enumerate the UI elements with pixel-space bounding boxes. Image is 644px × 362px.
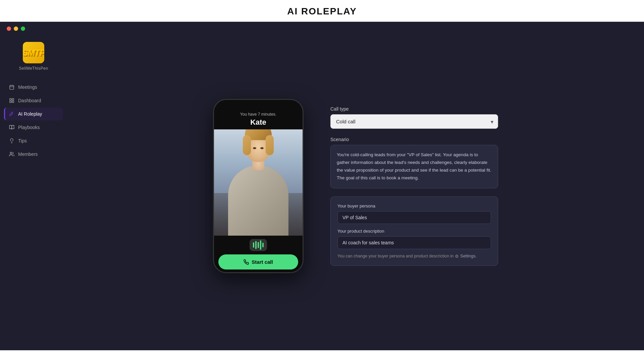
sidebar-item-ai-roleplay[interactable]: AI Roleplay: [4, 108, 63, 120]
call-type-group: Call type Cold call Discovery call Demo …: [330, 106, 498, 129]
main-content: You have 7 minutes. Kate: [67, 22, 644, 350]
sidebar: SMTP SellMeThisPen Meetings: [0, 22, 67, 350]
users-icon: [9, 151, 15, 157]
svg-point-10: [10, 152, 12, 154]
page-title: AI ROLEPLAY: [0, 6, 644, 17]
wave-bar-3: [258, 242, 259, 248]
call-type-select[interactable]: Cold call Discovery call Demo call Follo…: [330, 114, 498, 129]
svg-rect-6: [10, 101, 11, 103]
product-description-label: Your product description: [337, 229, 491, 234]
product-description-input[interactable]: [337, 236, 491, 249]
settings-hint: You can change your buyer persona and pr…: [337, 254, 491, 259]
scenario-text: You're cold-calling leads from your "VP …: [337, 151, 492, 182]
phone-icon: [244, 259, 249, 265]
calendar-icon: [9, 84, 15, 90]
phone-notch: [245, 100, 272, 108]
sidebar-item-tips[interactable]: Tips: [4, 134, 63, 147]
logo-text: SellMeThisPen: [19, 66, 48, 71]
lightbulb-icon: [9, 138, 15, 144]
start-call-label: Start call: [252, 259, 273, 265]
traffic-lights: [7, 26, 25, 31]
waveform-button[interactable]: [250, 239, 267, 251]
logo-icon: SMTP: [23, 42, 44, 63]
sidebar-item-members[interactable]: Members: [4, 148, 63, 161]
buyer-persona-input[interactable]: [337, 211, 491, 224]
right-panel: Call type Cold call Discovery call Demo …: [330, 106, 498, 266]
svg-rect-7: [12, 101, 14, 103]
buyer-persona-group: Your buyer persona: [337, 203, 491, 224]
scenario-group: Scenario You're cold-calling leads from …: [330, 137, 498, 188]
wave-bar-1: [253, 242, 254, 248]
phone-time-text: You have 7 minutes.: [219, 112, 297, 117]
book-icon: [9, 124, 15, 130]
phone-contact-name: Kate: [219, 118, 297, 127]
sidebar-item-meetings-label: Meetings: [18, 84, 37, 90]
product-description-group: Your product description: [337, 229, 491, 249]
start-call-button[interactable]: Start call: [218, 254, 298, 269]
phone-mockup: You have 7 minutes. Kate: [213, 99, 304, 273]
persona-box: Your buyer persona Your product descript…: [330, 196, 498, 266]
svg-rect-5: [12, 99, 14, 100]
sidebar-item-ai-roleplay-label: AI Roleplay: [18, 111, 42, 117]
sidebar-item-meetings[interactable]: Meetings: [4, 81, 63, 94]
sidebar-item-members-label: Members: [18, 152, 38, 157]
sidebar-item-dashboard[interactable]: Dashboard: [4, 94, 63, 107]
phone-image: [214, 129, 303, 236]
sidebar-item-dashboard-label: Dashboard: [18, 98, 41, 103]
svg-rect-4: [10, 99, 11, 100]
scenario-box: You're cold-calling leads from your "VP …: [330, 145, 498, 188]
wave-bar-5: [262, 243, 264, 247]
logo-initials: SMTP: [23, 48, 44, 58]
settings-gear-icon: ⚙: [455, 254, 459, 259]
settings-link[interactable]: Settings.: [460, 254, 477, 258]
buyer-persona-section-label: Your buyer persona: [337, 203, 491, 208]
sidebar-item-playbooks-label: Playbooks: [18, 125, 40, 130]
app-container: SMTP SellMeThisPen Meetings: [0, 22, 644, 350]
sidebar-item-tips-label: Tips: [18, 138, 27, 143]
traffic-light-green[interactable]: [21, 26, 25, 31]
svg-rect-0: [10, 85, 14, 89]
scenario-label: Scenario: [330, 137, 498, 142]
grid-icon: [9, 98, 15, 104]
logo-area: SMTP SellMeThisPen: [0, 42, 67, 71]
magic-icon: [9, 111, 15, 117]
traffic-light-red[interactable]: [7, 26, 11, 31]
call-type-select-wrapper: Cold call Discovery call Demo call Follo…: [330, 114, 498, 129]
traffic-light-yellow[interactable]: [14, 26, 18, 31]
settings-hint-text: You can change your buyer persona and pr…: [337, 254, 453, 258]
phone-controls: Start call: [214, 236, 303, 272]
nav-items: Meetings Dashboard: [0, 81, 67, 161]
sidebar-item-playbooks[interactable]: Playbooks: [4, 121, 63, 134]
wave-bar-2: [255, 241, 257, 249]
wave-bar-4: [260, 240, 261, 250]
call-type-label: Call type: [330, 106, 498, 112]
top-banner: AI ROLEPLAY: [0, 0, 644, 22]
